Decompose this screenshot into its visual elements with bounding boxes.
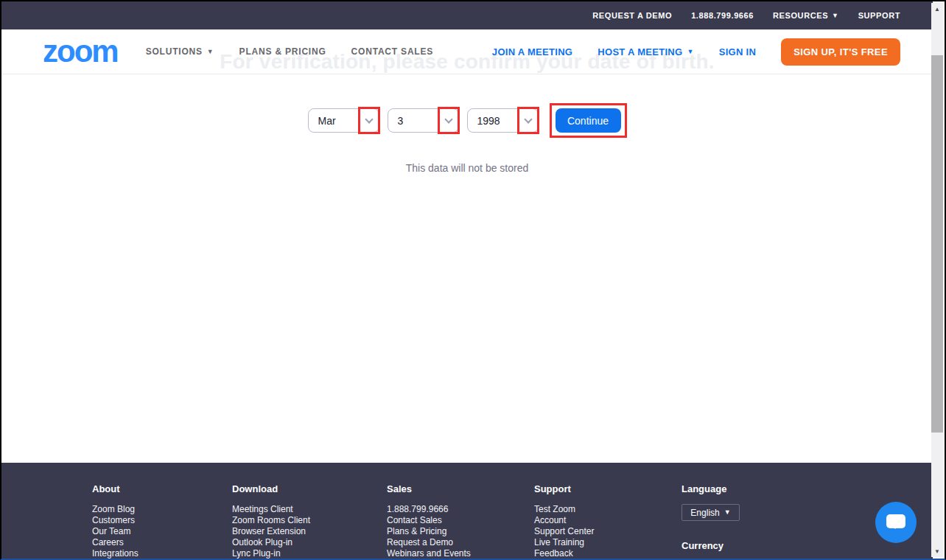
chevron-down-icon: ▼: [724, 509, 731, 516]
dob-form-row: Mar 3 1998 Continue: [1, 103, 933, 138]
currency-heading: Currency: [682, 540, 740, 551]
sign-in-link[interactable]: SIGN IN: [719, 46, 757, 57]
resources-label: RESOURCES: [773, 11, 828, 20]
account-nav: JOIN A MEETING HOST A MEETING▼ SIGN IN S…: [492, 38, 900, 66]
footer-column-support: Support Test Zoom Account Support Center…: [534, 483, 594, 559]
footer-heading: Download: [232, 483, 310, 494]
footer-link[interactable]: Integrations: [92, 548, 139, 559]
footer-link[interactable]: Zoom Rooms Client: [232, 515, 310, 526]
footer-heading: Support: [534, 483, 594, 494]
footer-column-download: Download Meetings Client Zoom Rooms Clie…: [232, 483, 310, 559]
footer-heading: Sales: [387, 483, 471, 494]
day-select[interactable]: 3: [388, 108, 459, 133]
footer-link[interactable]: Careers: [92, 537, 139, 548]
footer-link[interactable]: Test Zoom: [534, 504, 594, 515]
footer-link[interactable]: Browser Extension: [232, 526, 310, 537]
footer-link[interactable]: Customers: [92, 515, 139, 526]
footer-link[interactable]: Zoom Blog: [92, 504, 139, 515]
site-footer: About Zoom Blog Customers Our Team Caree…: [1, 463, 933, 559]
day-select-highlight-box: [438, 107, 460, 134]
dob-verification-section: Mar 3 1998 Continue This data will not b…: [1, 74, 933, 463]
support-link[interactable]: SUPPORT: [858, 11, 900, 20]
footer-link[interactable]: Webinars and Events: [387, 548, 471, 559]
day-select-value: 3: [398, 115, 404, 127]
language-select-value: English: [690, 508, 719, 518]
chevron-down-icon: ▼: [687, 49, 693, 55]
continue-button[interactable]: Continue: [556, 108, 621, 133]
nav-solutions[interactable]: SOLUTIONS▼: [146, 46, 214, 57]
utility-nav-bar: REQUEST A DEMO 1.888.799.9666 RESOURCES▼…: [1, 1, 933, 29]
host-meeting-menu[interactable]: HOST A MEETING▼: [598, 46, 693, 57]
month-select[interactable]: Mar: [308, 108, 379, 133]
speech-bubble-icon: [886, 514, 905, 528]
solutions-label: SOLUTIONS: [146, 46, 203, 57]
scrollbar-thumb[interactable]: [931, 55, 943, 433]
chevron-down-icon: ▼: [832, 13, 839, 19]
request-demo-link[interactable]: REQUEST A DEMO: [592, 11, 672, 20]
month-select-value: Mar: [318, 115, 336, 127]
chevron-down-icon[interactable]: [444, 115, 452, 123]
resources-menu[interactable]: RESOURCES▼: [773, 11, 839, 20]
scroll-up-arrow-icon[interactable]: ▲: [931, 3, 943, 15]
footer-link[interactable]: Support Center: [534, 526, 594, 537]
chat-widget-button[interactable]: [875, 502, 917, 543]
footer-column-language: Language English ▼ Currency: [682, 483, 740, 551]
primary-nav: SOLUTIONS▼ PLANS & PRICING CONTACT SALES: [146, 46, 433, 57]
phone-number-link[interactable]: 1.888.799.9666: [691, 11, 754, 20]
continue-highlight-box: Continue: [550, 103, 627, 138]
language-select[interactable]: English ▼: [682, 504, 740, 521]
scroll-down-arrow-icon[interactable]: ▼: [931, 545, 943, 557]
host-meeting-label: HOST A MEETING: [598, 46, 682, 57]
join-meeting-link[interactable]: JOIN A MEETING: [492, 46, 572, 57]
nav-plans-pricing[interactable]: PLANS & PRICING: [239, 46, 326, 57]
footer-link[interactable]: 1.888.799.9666: [387, 504, 471, 515]
footer-link[interactable]: Lync Plug-in: [232, 548, 310, 559]
footer-link[interactable]: Our Team: [92, 526, 139, 537]
year-select-highlight-box: [517, 107, 539, 134]
footer-link[interactable]: Contact Sales: [387, 515, 471, 526]
chevron-down-icon[interactable]: [365, 115, 373, 123]
footer-link[interactable]: Live Training: [534, 537, 594, 548]
footer-link[interactable]: Outlook Plug-in: [232, 537, 310, 548]
footer-link[interactable]: Plans & Pricing: [387, 526, 471, 537]
footer-link[interactable]: Meetings Client: [232, 504, 310, 515]
language-heading: Language: [682, 483, 740, 494]
footer-column-about: About Zoom Blog Customers Our Team Caree…: [92, 483, 139, 559]
zoom-logo[interactable]: zoom: [43, 36, 118, 67]
footer-heading: About: [92, 483, 139, 494]
privacy-note: This data will not be stored: [1, 162, 933, 174]
nav-contact-sales[interactable]: CONTACT SALES: [351, 46, 434, 57]
chevron-down-icon[interactable]: [524, 115, 532, 123]
browser-viewport: REQUEST A DEMO 1.888.799.9666 RESOURCES▼…: [0, 0, 946, 560]
footer-link[interactable]: Account: [534, 515, 594, 526]
footer-column-sales: Sales 1.888.799.9666 Contact Sales Plans…: [387, 483, 471, 559]
footer-link[interactable]: Feedback: [534, 548, 594, 559]
year-select-value: 1998: [477, 115, 500, 127]
chevron-down-icon: ▼: [207, 49, 214, 55]
sign-up-button[interactable]: SIGN UP, IT'S FREE: [781, 38, 900, 66]
year-select[interactable]: 1998: [467, 108, 539, 133]
vertical-scrollbar[interactable]: ▲ ▼: [931, 3, 943, 557]
footer-link[interactable]: Request a Demo: [387, 537, 471, 548]
month-select-highlight-box: [358, 107, 380, 134]
